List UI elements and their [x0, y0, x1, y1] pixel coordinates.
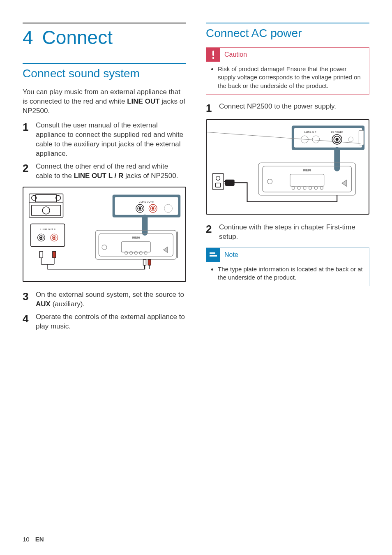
note-callout: Note The type plate information is locat…	[206, 247, 369, 287]
svg-rect-69	[210, 252, 215, 254]
svg-rect-36	[177, 232, 178, 258]
step2-b: jacks of NP2500.	[123, 172, 178, 180]
ac-step-1: 1 Connect NP2500 to the power supply.	[206, 102, 369, 113]
svg-point-60	[309, 187, 312, 190]
step-number: 2	[23, 162, 36, 173]
chapter-rule	[23, 23, 186, 23]
svg-rect-27	[95, 230, 176, 259]
svg-point-25	[152, 207, 154, 209]
section-title-sound: Connect sound system	[23, 67, 186, 80]
caution-text: Risk of product damage! Ensure that the …	[218, 65, 364, 90]
note-text: The type plate information is located at…	[218, 265, 364, 282]
svg-point-26	[164, 204, 173, 213]
svg-point-42	[212, 57, 214, 59]
chapter-number: 4	[23, 27, 33, 48]
page-footer: 10 EN	[23, 536, 44, 543]
svg-rect-29	[121, 241, 150, 252]
svg-rect-16	[53, 251, 56, 258]
svg-rect-37	[143, 259, 146, 265]
fig-label-lineout-b: L LINE OUT R	[139, 201, 154, 203]
ac-step-2: 2 Continue with the steps in chapter Fir…	[206, 223, 369, 242]
svg-rect-7	[31, 224, 65, 246]
note-icon	[206, 248, 220, 262]
step-number: 2	[206, 223, 219, 234]
svg-point-64	[216, 176, 220, 180]
section-title-ac: Connect AC power	[206, 27, 369, 40]
fig-label-lineout: L LINE OUT R	[40, 228, 55, 231]
fig2-label-linein: L LINE-IN R	[304, 131, 316, 133]
svg-rect-39	[148, 259, 151, 265]
step-2: 2 Connect the other end of the red and w…	[23, 162, 186, 181]
step3-a: On the external sound system, set the so…	[36, 291, 184, 298]
svg-point-22	[139, 207, 141, 209]
step-text: Connect NP2500 to the power supply.	[219, 102, 336, 111]
step-number: 3	[23, 290, 36, 302]
svg-point-59	[303, 187, 306, 190]
figure-sound-connection: L LINE OUT R	[23, 187, 186, 282]
caution-label: Caution	[220, 51, 247, 58]
step-3: 3 On the external sound system, set the …	[23, 290, 186, 309]
svg-rect-65	[216, 183, 221, 187]
svg-point-50	[348, 137, 353, 142]
note-label: Note	[220, 251, 238, 259]
svg-rect-70	[210, 255, 217, 257]
intro-paragraph: You can play music from an external appl…	[23, 88, 186, 116]
chapter-title-text: Connect	[42, 27, 113, 48]
figure-ac-connection: L LINE-IN R DC POWER	[206, 119, 369, 215]
svg-rect-66	[225, 180, 234, 185]
svg-point-58	[297, 187, 300, 190]
svg-point-62	[320, 187, 323, 190]
svg-point-57	[292, 187, 295, 190]
svg-point-10	[40, 237, 42, 238]
svg-rect-51	[359, 130, 364, 145]
step2-bold: LINE OUT L / R	[74, 172, 124, 180]
page-language: EN	[35, 536, 44, 543]
step-text: Connect the other end of the red and whi…	[36, 162, 186, 181]
section-rule	[206, 23, 369, 23]
chapter-title: 4Connect	[23, 28, 186, 47]
step-1: 1 Consult the user manual of the externa…	[23, 121, 186, 159]
svg-point-30	[102, 245, 107, 250]
svg-point-46	[312, 136, 320, 143]
svg-point-61	[315, 187, 318, 190]
svg-rect-55	[290, 174, 324, 186]
fig-label-philips: PHILIPS	[132, 237, 140, 239]
svg-rect-2	[36, 194, 57, 202]
step3-bold: AUX	[36, 300, 51, 308]
svg-point-6	[42, 207, 50, 214]
step3-b: (auxiliary).	[51, 300, 85, 308]
step-text: On the external sound system, set the so…	[36, 290, 186, 309]
intro-bold: LINE OUT	[127, 97, 159, 105]
caution-icon	[206, 48, 220, 62]
fig2-label-dcpower: DC POWER	[331, 131, 343, 133]
svg-point-56	[267, 179, 272, 184]
step-number: 1	[23, 121, 36, 132]
step-text: Consult the user manual of the external …	[36, 121, 186, 159]
step-text: Operate the controls of the external app…	[36, 312, 186, 331]
step-number: 4	[23, 312, 36, 324]
page-number: 10	[23, 536, 30, 543]
step-4: 4 Operate the controls of the external a…	[23, 312, 186, 331]
svg-rect-14	[39, 251, 43, 258]
svg-rect-53	[258, 163, 355, 195]
section-rule	[23, 63, 186, 64]
fig2-label-philips: PHILIPS	[303, 169, 311, 171]
step-number: 1	[206, 102, 219, 113]
svg-point-13	[53, 237, 55, 238]
step-text: Continue with the steps in chapter First…	[219, 223, 369, 242]
svg-point-49	[336, 138, 338, 141]
svg-rect-41	[212, 51, 214, 56]
caution-callout: Caution Risk of product damage! Ensure t…	[206, 47, 369, 95]
